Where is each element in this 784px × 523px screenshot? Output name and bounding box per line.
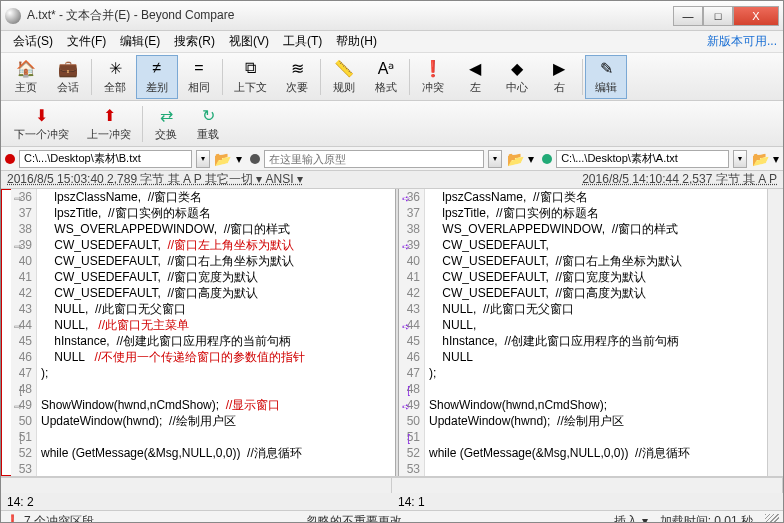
- line-number: 49⇨: [11, 397, 36, 413]
- code-line[interactable]: while (GetMessage(&Msg,NULL,0,0)) //消息循环: [425, 445, 767, 461]
- toolbar-edit[interactable]: ✎编辑: [585, 55, 627, 99]
- code-line[interactable]: CW_USEDEFAULT, //窗口宽度为默认: [37, 269, 395, 285]
- toolbar-minor[interactable]: ≋次要: [276, 55, 318, 99]
- maximize-button[interactable]: □: [703, 6, 733, 26]
- code-line[interactable]: NULL, //此窗口无父窗口: [37, 301, 395, 317]
- code-line[interactable]: CW_USEDEFAULT, //窗口高度为默认: [425, 285, 767, 301]
- path-left-menu[interactable]: ▾: [236, 152, 242, 166]
- code-line[interactable]: WS_OVERLAPPEDWINDOW, //窗口的样式: [425, 221, 767, 237]
- code-line[interactable]: [425, 461, 767, 476]
- code-line[interactable]: hInstance, //创建此窗口应用程序的当前句柄: [425, 333, 767, 349]
- edit-label: 编辑: [595, 80, 617, 95]
- path-center-input[interactable]: [264, 150, 484, 168]
- code-line[interactable]: WS_OVERLAPPEDWINDOW, //窗口的样式: [37, 221, 395, 237]
- path-left-input[interactable]: [19, 150, 192, 168]
- info-bar: 2016/8/5 15:03:40 2,789 字节 其 A P 其它一切 ▾ …: [1, 171, 783, 189]
- path-center-menu[interactable]: ▾: [528, 152, 534, 166]
- path-right-browse[interactable]: 📂: [751, 151, 769, 167]
- info-left: 2016/8/5 15:03:40 2,789 字节 其 A P 其它一切 ▾ …: [1, 171, 392, 188]
- path-center-browse[interactable]: 📂: [506, 151, 524, 167]
- line-number: 48[: [11, 381, 36, 397]
- scrollbar-vertical[interactable]: [767, 189, 783, 476]
- minimize-button[interactable]: —: [673, 6, 703, 26]
- code-line[interactable]: NULL: [425, 349, 767, 365]
- code-line[interactable]: lpszTitle, //窗口实例的标题名: [425, 205, 767, 221]
- code-line[interactable]: UpdateWindow(hwnd); //绘制用户区: [37, 413, 395, 429]
- path-right-dropdown[interactable]: ▾: [733, 150, 747, 168]
- line-number: 48[: [399, 381, 424, 397]
- path-right-input[interactable]: [556, 150, 729, 168]
- code-line[interactable]: NULL, //此窗口无父窗口: [425, 301, 767, 317]
- toolbar-session[interactable]: 💼会话: [47, 55, 89, 99]
- close-button[interactable]: X: [733, 6, 779, 26]
- code-line[interactable]: lpszCassName, //窗口类名: [425, 189, 767, 205]
- code-line[interactable]: CW_USEDEFAULT,: [425, 237, 767, 253]
- toolbar-swap[interactable]: ⇄交换: [145, 102, 187, 146]
- code-line[interactable]: CW_USEDEFAULT, //窗口宽度为默认: [425, 269, 767, 285]
- code-line[interactable]: UpdateWindow(hwnd); //绘制用户区: [425, 413, 767, 429]
- diff-arrow-icon: [: [400, 383, 410, 393]
- toolbar-next-conflict[interactable]: ⬇下一个冲突: [5, 102, 78, 146]
- toolbar-right[interactable]: ▶右: [538, 55, 580, 99]
- code-line[interactable]: );: [425, 365, 767, 381]
- rules-label: 规则: [333, 80, 355, 95]
- code-line[interactable]: NULL, //此窗口无主菜单: [37, 317, 395, 333]
- toolbar-center[interactable]: ◆中心: [496, 55, 538, 99]
- path-left-dropdown[interactable]: ▾: [196, 150, 210, 168]
- right-pane[interactable]: 36➪373839➪4041424344➪45464748[49➪5051[52…: [399, 189, 783, 476]
- code-line[interactable]: hInstance, //创建此窗口应用程序的当前句柄: [37, 333, 395, 349]
- path-right-menu[interactable]: ▾: [773, 152, 779, 166]
- menu-view[interactable]: 视图(V): [223, 31, 275, 52]
- toolbar-home[interactable]: 🏠主页: [5, 55, 47, 99]
- scrollbar-horizontal[interactable]: [1, 477, 783, 493]
- code-line[interactable]: CW_USEDEFAULT, //窗口右上角坐标为默认: [37, 253, 395, 269]
- toolbar-diff[interactable]: ≠差别: [136, 55, 178, 99]
- menu-file[interactable]: 文件(F): [61, 31, 112, 52]
- line-number: 39➪: [399, 237, 424, 253]
- toolbar-prev-conflict[interactable]: ⬆上一冲突: [78, 102, 140, 146]
- toolbar-rules[interactable]: 📏规则: [323, 55, 365, 99]
- diff-arrow-icon: ⇨: [12, 239, 22, 249]
- code-line[interactable]: ShowWindow(hwnd,nCmdShow); //显示窗口: [37, 397, 395, 413]
- diff-arrow-icon: ⇨: [12, 399, 22, 409]
- menu-session[interactable]: 会话(S): [7, 31, 59, 52]
- menu-search[interactable]: 搜索(R): [168, 31, 221, 52]
- toolbar-reload[interactable]: ↻重载: [187, 102, 229, 146]
- update-link[interactable]: 新版本可用...: [707, 33, 777, 50]
- code-line[interactable]: [425, 381, 767, 397]
- path-center-dropdown[interactable]: ▾: [488, 150, 502, 168]
- app-icon: [5, 8, 21, 24]
- minor-icon: ≋: [287, 58, 307, 78]
- left-pane[interactable]: 36⇨373839⇨4041424344⇨45464748[49⇨5051[52…: [11, 189, 395, 476]
- path-left-browse[interactable]: 📂: [214, 151, 232, 167]
- code-line[interactable]: NULL //不使用一个传递给窗口的参数值的指针: [37, 349, 395, 365]
- toolbar-conflict[interactable]: ❗冲突: [412, 55, 454, 99]
- toolbar-left[interactable]: ◀左: [454, 55, 496, 99]
- code-line[interactable]: [37, 381, 395, 397]
- code-line[interactable]: [425, 429, 767, 445]
- code-line[interactable]: CW_USEDEFAULT, //窗口高度为默认: [37, 285, 395, 301]
- toolbar-format[interactable]: Aᵃ格式: [365, 55, 407, 99]
- code-line[interactable]: [37, 461, 395, 476]
- code-line[interactable]: CW_USEDEFAULT, //窗口右上角坐标为默认: [425, 253, 767, 269]
- status-insert-mode[interactable]: 插入 ▾: [614, 513, 647, 524]
- menu-tools[interactable]: 工具(T): [277, 31, 328, 52]
- code-line[interactable]: lpszTitle, //窗口实例的标题名: [37, 205, 395, 221]
- code-line[interactable]: lpszClassName, //窗口类名: [37, 189, 395, 205]
- toolbar-all[interactable]: ✳全部: [94, 55, 136, 99]
- code-line[interactable]: while (GetMessage(&Msg,NULL,0,0)) //消息循环: [37, 445, 395, 461]
- code-line[interactable]: NULL,: [425, 317, 767, 333]
- line-number: 53: [11, 461, 36, 476]
- menu-help[interactable]: 帮助(H): [330, 31, 383, 52]
- toolbar-context[interactable]: ⧉上下文: [225, 55, 276, 99]
- swap-icon: ⇄: [156, 105, 176, 125]
- code-line[interactable]: ShowWindow(hwnd,nCmdShow);: [425, 397, 767, 413]
- code-line[interactable]: [37, 429, 395, 445]
- code-line[interactable]: CW_USEDEFAULT, //窗口左上角坐标为默认: [37, 237, 395, 253]
- menu-edit[interactable]: 编辑(E): [114, 31, 166, 52]
- resize-grip[interactable]: [765, 514, 779, 523]
- line-number: 41: [399, 269, 424, 285]
- code-line[interactable]: );: [37, 365, 395, 381]
- path-bar: ▾ 📂 ▾ ▾ 📂 ▾ ▾ 📂 ▾: [1, 147, 783, 171]
- toolbar-same[interactable]: =相同: [178, 55, 220, 99]
